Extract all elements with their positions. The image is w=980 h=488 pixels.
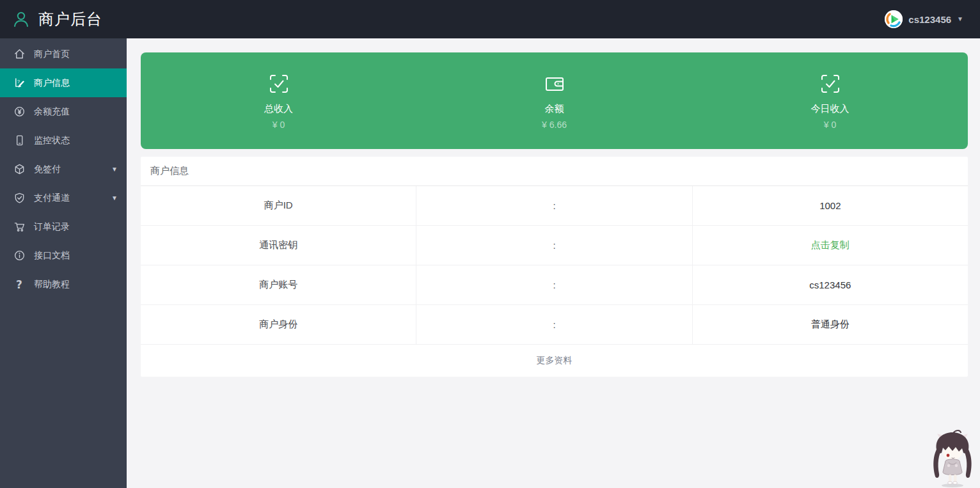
sidebar-item-label: 监控状态 [34, 135, 70, 146]
sidebar-item-balance-recharge[interactable]: 余额充值 [0, 97, 127, 126]
cart-icon [13, 221, 26, 233]
row-separator: : [416, 226, 692, 265]
chevron-down-icon: ▼ [111, 166, 118, 173]
user-menu[interactable]: cs123456 ▼ [885, 10, 963, 28]
yen-circle-icon [13, 106, 26, 118]
stats-banner: 总收入 ¥ 0 余额 ¥ 6.66 [141, 52, 968, 149]
sidebar-item-label: 免签付 [34, 164, 61, 175]
row-separator: : [416, 265, 692, 304]
card-title: 商户信息 [141, 157, 968, 186]
sidebar-item-payment-channels[interactable]: 支付通道 ▼ [0, 184, 127, 212]
info-circle-icon [13, 249, 26, 262]
row-label: 商户账号 [141, 265, 416, 304]
stat-label: 今日收入 [811, 103, 850, 115]
scan-check-icon [819, 72, 842, 95]
table-row: 商户身份 : 普通身份 [141, 305, 968, 345]
sidebar-item-label: 余额充值 [34, 106, 70, 118]
sidebar-item-label: 商户首页 [34, 49, 70, 60]
svg-text:?: ? [17, 79, 19, 84]
question-icon: ? [13, 278, 26, 291]
copy-secret-link[interactable]: 点击复制 [692, 226, 968, 265]
sidebar-item-no-sign-pay[interactable]: 免签付 ▼ [0, 155, 127, 184]
app-title: 商户后台 [38, 9, 102, 29]
stat-label: 余额 [545, 103, 564, 115]
sidebar-item-label: 商户信息 [34, 77, 70, 89]
row-separator: : [416, 186, 692, 225]
more-info-link[interactable]: 更多资料 [141, 345, 968, 377]
sidebar-item-label: 接口文档 [34, 250, 70, 262]
stat-value: ¥ 0 [273, 120, 285, 130]
scan-check-icon [267, 72, 290, 95]
row-label: 商户ID [141, 186, 416, 225]
sidebar-item-merchant-info[interactable]: ? 商户信息 [0, 68, 127, 97]
merchant-id-value: 1002 [692, 186, 968, 225]
table-row: 商户账号 : cs123456 [141, 265, 968, 305]
merchant-info-edit-icon: ? [13, 77, 26, 90]
sidebar-item-label: 支付通道 [34, 193, 70, 204]
merchant-logo-icon [12, 10, 31, 29]
wallet-icon [543, 72, 566, 95]
merchant-info-card: 商户信息 商户ID : 1002 通讯密钥 : 点击复制 商户账号 : cs12… [141, 157, 968, 377]
merchant-identity-value: 普通身份 [692, 305, 968, 344]
brand: 商户后台 [12, 9, 102, 29]
row-label: 商户身份 [141, 305, 416, 344]
sidebar-item-help-tutorial[interactable]: ? 帮助教程 [0, 270, 127, 299]
smartphone-icon [13, 134, 26, 147]
row-separator: : [416, 305, 692, 344]
sidebar-item-api-docs[interactable]: 接口文档 [0, 241, 127, 270]
sidebar-item-label: 订单记录 [34, 221, 70, 233]
table-row: 商户ID : 1002 [141, 186, 968, 226]
stat-balance: 余额 ¥ 6.66 [416, 52, 692, 149]
main-content: 总收入 ¥ 0 余额 ¥ 6.66 [127, 38, 980, 488]
mascot-image [928, 429, 977, 488]
stat-total-income: 总收入 ¥ 0 [141, 52, 416, 149]
stat-today-income: 今日收入 ¥ 0 [692, 52, 968, 149]
sidebar-item-merchant-home[interactable]: 商户首页 [0, 40, 127, 68]
sidebar-item-order-records[interactable]: 订单记录 [0, 212, 127, 241]
username-label: cs123456 [908, 14, 951, 25]
stat-value: ¥ 0 [824, 120, 836, 130]
stat-label: 总收入 [264, 103, 293, 115]
sidebar-item-label: 帮助教程 [34, 279, 70, 290]
avatar[interactable] [885, 10, 903, 28]
shield-check-icon [13, 192, 26, 205]
sidebar-item-monitor-status[interactable]: 监控状态 [0, 126, 127, 155]
chevron-down-icon: ▼ [111, 194, 118, 201]
stat-value: ¥ 6.66 [542, 120, 567, 130]
merchant-account-value: cs123456 [692, 265, 968, 304]
home-icon [13, 48, 26, 61]
cube-icon [13, 163, 26, 176]
chevron-down-icon: ▼ [957, 16, 963, 22]
row-label: 通讯密钥 [141, 226, 416, 265]
topbar: 商户后台 cs123456 ▼ [0, 0, 980, 38]
table-row: 通讯密钥 : 点击复制 [141, 226, 968, 265]
sidebar: 商户首页 ? 商户信息 余额充值 [0, 38, 127, 488]
